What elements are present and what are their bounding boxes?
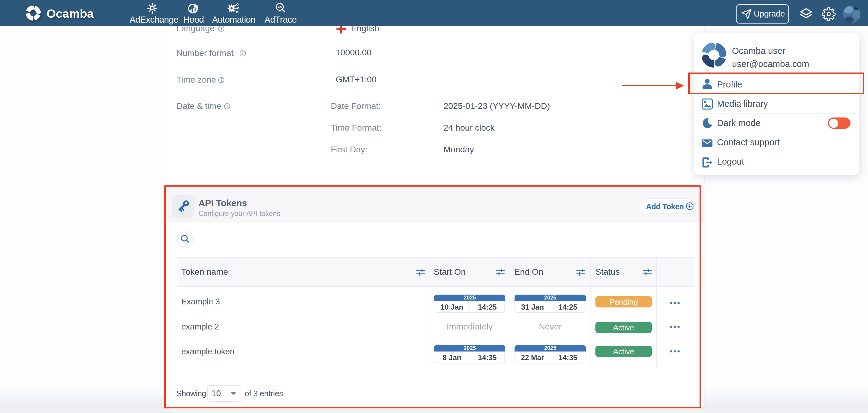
svg-text:AD: AD [278, 5, 282, 9]
